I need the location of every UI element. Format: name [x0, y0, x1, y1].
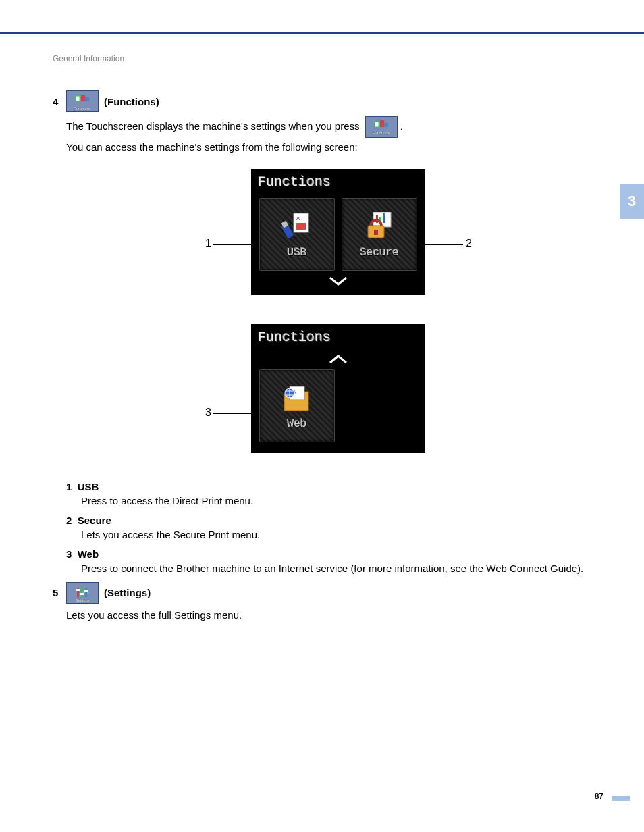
li-num: 3	[66, 548, 72, 560]
svg-rect-2	[85, 97, 89, 101]
step-title: (Settings)	[104, 587, 151, 598]
figure-1: 1 Functions A USB	[66, 169, 498, 311]
step-5-header: 5 Settings (Settings)	[53, 582, 593, 604]
callout-line	[213, 413, 251, 415]
header-rule	[0, 32, 644, 34]
svg-rect-16	[374, 230, 378, 235]
list-item: 2 Secure Lets you access the Secure Prin…	[66, 515, 593, 542]
callout-line	[425, 244, 463, 246]
icon-caption: Functions	[74, 107, 91, 111]
svg-rect-21	[81, 588, 83, 597]
screen-title: Functions	[252, 326, 424, 349]
scroll-up-icon[interactable]	[252, 349, 424, 365]
chapter-tab: 3	[620, 184, 644, 219]
callout-1: 1	[205, 238, 211, 250]
callout-2: 2	[466, 238, 472, 250]
svg-rect-1	[81, 95, 85, 101]
icon-caption: Functions	[373, 130, 390, 136]
figure-2: 3 Functions A	[66, 324, 498, 466]
list-item: 3 Web Press to connect the Brother machi…	[66, 548, 593, 575]
li-num: 2	[66, 515, 72, 526]
touchscreen: Functions A Web	[251, 324, 425, 453]
svg-text:A: A	[296, 215, 300, 222]
paragraph: Lets you access the full Settings menu.	[66, 608, 593, 623]
step-number: 4	[53, 96, 66, 107]
svg-rect-24	[80, 593, 84, 595]
li-title: USB	[78, 481, 99, 492]
secure-icon	[363, 210, 396, 242]
functions-icon: Functions	[365, 116, 398, 138]
icon-caption: Settings	[75, 598, 90, 602]
svg-rect-3	[375, 122, 379, 127]
svg-rect-8	[296, 223, 306, 230]
tile-label: Secure	[360, 246, 399, 259]
tile-label: USB	[288, 246, 307, 259]
usb-icon: A	[281, 210, 313, 242]
li-body: Lets you access the Secure Print menu.	[81, 527, 593, 542]
scroll-down-icon[interactable]	[252, 274, 424, 294]
touchscreen: Functions A USB	[251, 169, 425, 295]
callout-line	[213, 244, 251, 246]
list-item: 1 USB Press to access the Direct Print m…	[66, 481, 593, 508]
svg-rect-0	[76, 96, 80, 101]
li-title: Web	[78, 548, 99, 560]
screen-title: Functions	[252, 170, 424, 194]
step-4-header: 4 Functions (Functions)	[53, 90, 593, 112]
usb-tile[interactable]: A USB	[259, 198, 335, 271]
paragraph: The Touchscreen displays the machine's s…	[66, 116, 593, 138]
callout-3: 3	[205, 407, 211, 419]
functions-icon: Functions	[66, 90, 99, 112]
text: .	[400, 120, 403, 132]
li-body: Press to connect the Brother machine to …	[81, 561, 593, 575]
page-accent	[612, 796, 630, 801]
page-content: General Information 4 Functions (Functio…	[53, 54, 593, 625]
web-icon: A	[281, 382, 313, 414]
li-title: Secure	[78, 515, 111, 526]
tile-label: Web	[288, 418, 307, 430]
step-title: (Functions)	[104, 96, 159, 107]
svg-rect-23	[76, 589, 80, 591]
svg-rect-4	[380, 120, 384, 127]
breadcrumb: General Information	[53, 54, 593, 63]
svg-rect-25	[84, 590, 88, 592]
li-body: Press to access the Direct Print menu.	[81, 494, 593, 508]
settings-icon: Settings	[66, 582, 99, 604]
web-tile[interactable]: A Web	[259, 369, 335, 442]
paragraph: You can access the machine's settings fr…	[66, 140, 593, 155]
svg-rect-14	[383, 213, 385, 223]
secure-tile[interactable]: Secure	[342, 198, 417, 271]
definition-list: 1 USB Press to access the Direct Print m…	[66, 481, 593, 575]
li-num: 1	[66, 481, 72, 492]
svg-rect-5	[384, 123, 388, 127]
text: The Touchscreen displays the machine's s…	[66, 120, 363, 132]
page-number: 87	[595, 791, 603, 801]
step-number: 5	[53, 587, 66, 598]
